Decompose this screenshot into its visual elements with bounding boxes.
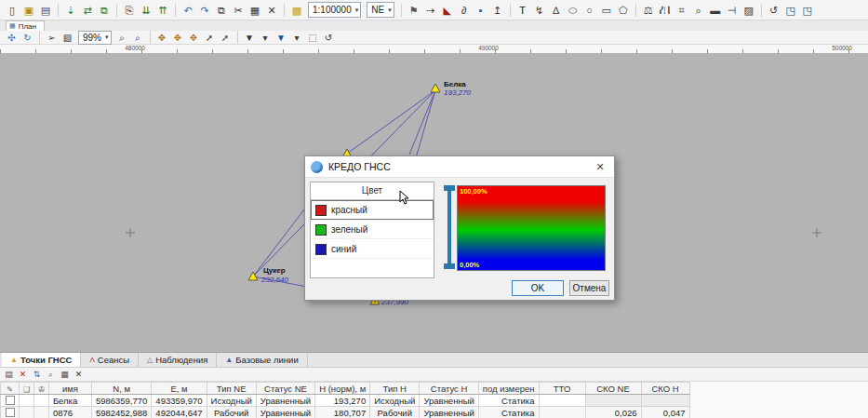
select-rect-icon[interactable]: ⬚ [306, 32, 320, 44]
points-grid-icon[interactable]: ⌗ [674, 3, 689, 18]
snap-loop-icon[interactable]: ∂ [457, 3, 472, 18]
cell-статус-ne[interactable]: Уравненный [256, 407, 314, 418]
column-header-7[interactable]: Статус H [420, 383, 478, 395]
cell-h-норм-м[interactable]: 180,707 [315, 407, 370, 418]
cell-под-измерен[interactable]: Статика [478, 407, 539, 418]
cell-ско-ne[interactable] [585, 395, 641, 407]
zoom-combo[interactable]: 99%▾ [78, 31, 112, 45]
find-row-icon[interactable]: ⌕ [45, 369, 57, 380]
open-folder-icon[interactable]: ▣ [21, 3, 36, 18]
node-edit-icon[interactable]: ↯ [532, 3, 547, 18]
cell-тто[interactable] [539, 395, 585, 407]
color-item-red[interactable]: красный [311, 200, 434, 220]
select-cursor-icon[interactable]: ➢ [45, 32, 59, 44]
filter2-dropdown-icon[interactable]: ▾ [290, 32, 304, 44]
redo-icon[interactable]: ↷ [197, 3, 212, 18]
gradient-preview[interactable]: 100,00% 0,00% [457, 185, 606, 271]
circle-tool-icon[interactable]: ○ [582, 3, 597, 18]
table-row[interactable]: 08765982452,988492044,647РабочийУравненн… [1, 407, 690, 418]
cell-ско-ne[interactable]: 0,026 [585, 407, 641, 418]
save-icon[interactable]: ▤ [38, 3, 53, 18]
point-marker-belka[interactable] [431, 84, 440, 92]
cell-статус-h[interactable]: Уравненный [420, 407, 478, 418]
search-point-icon[interactable]: ⌕ [691, 3, 706, 18]
column-header-6[interactable]: Тип H [370, 383, 420, 395]
copy-icon[interactable]: ⧉ [214, 3, 229, 18]
cell-тто[interactable] [539, 407, 585, 418]
cell-тип-ne[interactable]: Рабочий [207, 407, 256, 418]
cell-h-норм-м[interactable]: 193,270 [315, 395, 370, 407]
cell-имя[interactable]: 0876 [48, 407, 91, 418]
zoom-out-icon[interactable]: ⌕ [115, 32, 129, 44]
grab-hand-2-icon[interactable]: ✥ [171, 32, 185, 44]
table-row[interactable]: Белка5986359,770493359,970ИсходныйУравне… [1, 395, 690, 407]
move-node-icon[interactable]: ⇢ [423, 3, 438, 18]
paste-icon[interactable]: ▦ [247, 3, 262, 18]
zoom-select-icon[interactable]: ➚ [203, 32, 217, 44]
clear-filter-icon[interactable]: ✕ [73, 369, 85, 380]
close-icon[interactable]: ✕ [592, 161, 608, 173]
column-header-2[interactable]: E, м [152, 383, 207, 395]
column-header-5[interactable]: H (норм), м [315, 383, 370, 395]
import-project-icon[interactable]: ⧉ [97, 3, 112, 18]
export-mf-icon[interactable]: ⇈ [155, 3, 170, 18]
grab-hand-3-icon[interactable]: ✥ [187, 32, 201, 44]
import-points-icon[interactable]: ⇣ [63, 3, 78, 18]
point-flag-icon[interactable]: ⚑ [407, 3, 421, 18]
color-item-blue[interactable]: синий [311, 239, 434, 259]
pan-view-icon[interactable]: ✣ [5, 32, 19, 44]
angle-tool-icon[interactable]: ∆ [549, 3, 564, 18]
row-checkbox[interactable] [6, 408, 15, 417]
dimension-tool-icon[interactable]: ⊣ [725, 3, 740, 18]
tab-plan[interactable]: ▦ План [6, 20, 45, 31]
ok-button[interactable]: OK [512, 280, 564, 296]
zoom-area-icon[interactable]: ➚ [219, 32, 233, 44]
select-props-icon[interactable]: ▧ [60, 32, 74, 44]
move-rows-icon[interactable]: ⇅ [31, 369, 43, 380]
elevation-icon[interactable]: ↥ [490, 3, 505, 18]
window-2-icon[interactable]: ◳ [800, 3, 815, 18]
area-fill-icon[interactable]: ◣ [440, 3, 455, 18]
dialog-titlebar[interactable]: КРЕДО ГНСС ✕ [305, 156, 614, 178]
ellipse-tool-icon[interactable]: ⬭ [566, 3, 581, 18]
cell-ско-h[interactable]: 0,047 [641, 407, 689, 418]
table-corner-header[interactable]: ❏ [20, 383, 34, 395]
cell-e-м[interactable]: 492044,647 [152, 407, 207, 418]
column-header-0[interactable]: имя [48, 383, 91, 395]
tab-baselines[interactable]: ▲Базовые линии [217, 353, 307, 367]
points-add-icon[interactable]: ⚖ [641, 3, 656, 18]
text-tool-icon[interactable]: T [515, 3, 530, 18]
column-header-1[interactable]: N, м [91, 383, 151, 395]
refresh-loop-icon[interactable]: ↺ [322, 32, 336, 44]
cell-n-м[interactable]: 5982452,988 [91, 407, 151, 418]
column-header-9[interactable]: ТТО [539, 383, 585, 395]
table-menu-icon[interactable]: ▤ [3, 369, 15, 380]
cell-имя[interactable]: Белка [48, 395, 91, 407]
polygon-tool-icon[interactable]: ⬠ [616, 3, 631, 18]
rotate-view-icon[interactable]: ↺ [767, 3, 781, 18]
marker-blue-icon[interactable]: ▪ [474, 3, 488, 18]
delete-icon[interactable]: ✕ [264, 3, 279, 18]
delete-row-icon[interactable]: ✕ [17, 369, 29, 380]
grab-hand-icon[interactable]: ✥ [155, 32, 169, 44]
table-tool-icon[interactable]: ▬ [708, 3, 723, 18]
cell-статус-ne[interactable]: Уравненный [256, 395, 314, 407]
refresh-view-icon[interactable]: ↻ [20, 32, 34, 44]
cell-статус-h[interactable]: Уравненный [420, 395, 478, 407]
undo-icon[interactable]: ↶ [180, 3, 195, 18]
cell-под-измерен[interactable]: Статика [478, 395, 539, 407]
scale-combo[interactable]: 1:100000▾ [308, 2, 361, 18]
column-header-11[interactable]: СКО H [641, 383, 689, 395]
column-header-4[interactable]: Статус NE [256, 383, 314, 395]
cell-тип-h[interactable]: Рабочий [370, 407, 420, 418]
cut-icon[interactable]: ✂ [231, 3, 246, 18]
cell-ско-h[interactable] [641, 395, 689, 407]
rect-tool-icon[interactable]: ▭ [599, 3, 614, 18]
cell-n-м[interactable]: 5986359,770 [91, 395, 151, 407]
column-header-10[interactable]: СКО NE [585, 383, 641, 395]
tab-sessions[interactable]: ΛСеансы [81, 353, 139, 367]
window-1-icon[interactable]: ◳ [783, 3, 798, 18]
opacity-slider[interactable] [444, 185, 455, 269]
layers-tool-icon[interactable]: ▨ [741, 3, 756, 18]
tab-observations[interactable]: △Наблюдения [139, 353, 217, 367]
